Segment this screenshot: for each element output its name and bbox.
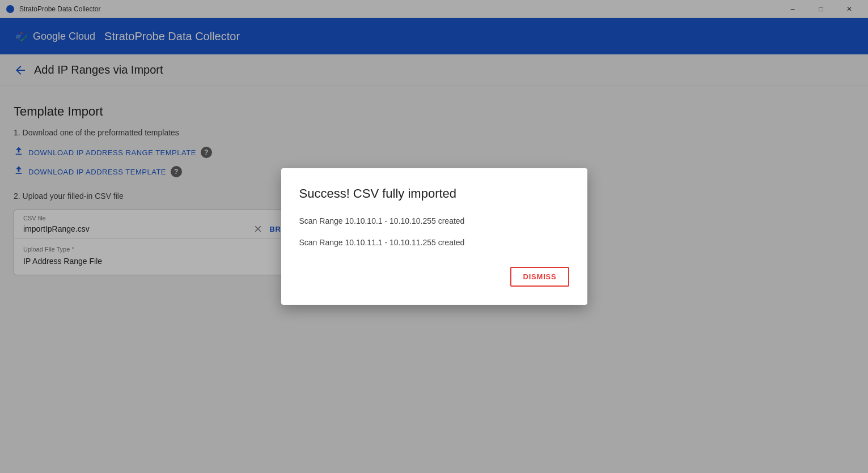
dialog-actions: DISMISS <box>299 267 569 287</box>
dialog-body: Scan Range 10.10.10.1 - 10.10.10.255 cre… <box>299 215 569 249</box>
dismiss-button[interactable]: DISMISS <box>510 267 569 287</box>
success-dialog: Success! CSV fully imported Scan Range 1… <box>281 168 587 305</box>
modal-overlay: Success! CSV fully imported Scan Range 1… <box>0 0 868 473</box>
dialog-title: Success! CSV fully imported <box>299 186 569 201</box>
dialog-line2: Scan Range 10.10.11.1 - 10.10.11.255 cre… <box>299 236 569 249</box>
dialog-line1: Scan Range 10.10.10.1 - 10.10.10.255 cre… <box>299 215 569 227</box>
